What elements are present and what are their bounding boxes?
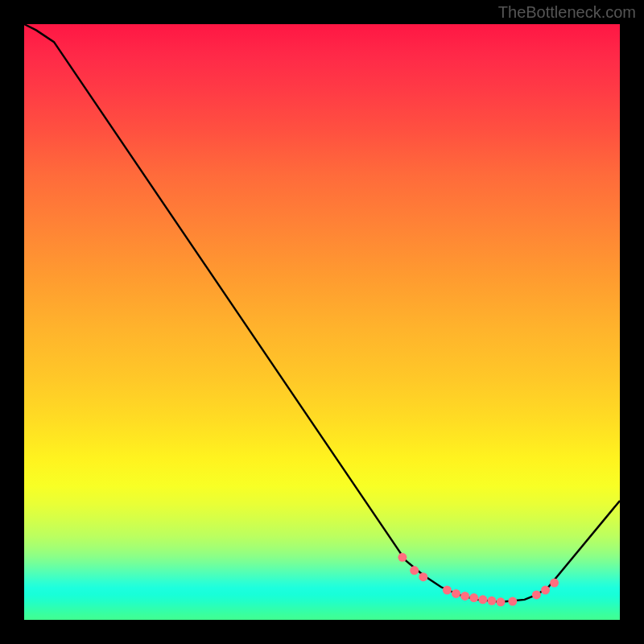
chart-svg [24,24,620,620]
marker-dot [487,597,496,605]
marker-dots [398,553,559,607]
marker-dot [398,553,407,562]
marker-dot [541,586,550,595]
marker-dot [410,566,419,575]
marker-dot [419,572,427,581]
plot-area [24,24,620,620]
curve-path [24,24,620,602]
marker-dot [469,593,478,602]
marker-dot [460,592,469,601]
marker-dot [532,590,541,599]
marker-dot [497,597,506,606]
marker-dot [443,586,452,595]
attribution-text: TheBottleneck.com [498,3,636,22]
marker-dot [452,589,460,598]
marker-dot [550,579,559,588]
marker-dot [478,595,487,604]
marker-dot [508,597,517,606]
